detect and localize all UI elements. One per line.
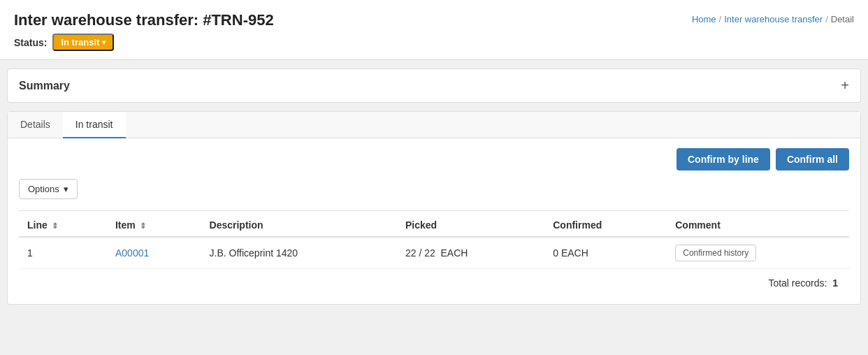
item-link[interactable]: A00001 [115, 247, 149, 259]
breadcrumb-home[interactable]: Home [692, 14, 716, 24]
table-body: 1 A00001 J.B. Officeprint 1420 22 / 22 E… [19, 237, 849, 269]
page-wrapper: Inter warehouse transfer: #TRN-952 Statu… [0, 0, 868, 355]
summary-toggle-icon[interactable]: + [841, 78, 849, 94]
page-title: Inter warehouse transfer: #TRN-952 [14, 11, 274, 29]
total-label-text: Total records: [768, 277, 827, 289]
actions-row: Confirm by line Confirm all [19, 148, 849, 171]
breadcrumb-inter-warehouse-transfer[interactable]: Inter warehouse transfer [724, 14, 823, 24]
status-value: In transit [61, 37, 99, 48]
sort-icon-line: ⇕ [52, 222, 58, 230]
breadcrumb-detail: Detail [831, 14, 854, 24]
col-header-item: Item ⇕ [107, 214, 201, 237]
total-row: Total records: 1 [19, 269, 849, 294]
confirm-all-button[interactable]: Confirm all [776, 148, 849, 171]
col-header-comment: Comment [667, 214, 849, 237]
status-label: Status: [14, 37, 47, 48]
tabs-bar: Details In transit [8, 112, 860, 138]
data-table: Line ⇕ Item ⇕ Description Picked Confirm… [19, 214, 849, 269]
cell-line: 1 [19, 237, 107, 269]
chevron-down-icon: ▾ [102, 38, 106, 46]
cell-picked: 22 / 22 EACH [397, 237, 544, 269]
summary-title: Summary [19, 80, 70, 92]
table-header: Line ⇕ Item ⇕ Description Picked Confirm… [19, 214, 849, 237]
options-chevron-icon: ▾ [64, 184, 68, 194]
breadcrumb-sep-1: / [719, 14, 722, 24]
page-header: Inter warehouse transfer: #TRN-952 Statu… [0, 0, 868, 60]
options-button[interactable]: Options ▾ [19, 179, 78, 199]
col-header-description: Description [201, 214, 397, 237]
col-header-picked: Picked [397, 214, 544, 237]
cell-item: A00001 [107, 237, 201, 269]
cell-description: J.B. Officeprint 1420 [201, 237, 397, 269]
sort-icon-item: ⇕ [140, 222, 146, 230]
options-label: Options [28, 184, 59, 194]
total-value: 1 [832, 277, 838, 289]
tab-details[interactable]: Details [8, 112, 63, 138]
col-header-confirmed: Confirmed [544, 214, 667, 237]
breadcrumb: Home / Inter warehouse transfer / Detail [692, 14, 854, 24]
tabs-section: Details In transit Confirm by line Confi… [7, 111, 861, 305]
tab-in-transit[interactable]: In transit [63, 112, 126, 138]
options-row: Options ▾ [19, 179, 849, 199]
confirmed-history-button[interactable]: Confirmed history [675, 245, 756, 261]
total-label: Total records: 1 [768, 277, 838, 289]
cell-confirmed: 0 EACH [544, 237, 667, 269]
summary-header[interactable]: Summary + [8, 69, 860, 102]
page-title-block: Inter warehouse transfer: #TRN-952 Statu… [14, 11, 274, 51]
summary-section: Summary + [7, 68, 861, 103]
confirm-by-line-button[interactable]: Confirm by line [677, 148, 770, 171]
breadcrumb-sep-2: / [825, 14, 828, 24]
tab-content: Confirm by line Confirm all Options ▾ Li… [8, 138, 860, 304]
col-header-line: Line ⇕ [19, 214, 107, 237]
table-row: 1 A00001 J.B. Officeprint 1420 22 / 22 E… [19, 237, 849, 269]
status-row: Status: In transit ▾ [14, 34, 274, 51]
cell-comment: Confirmed history [667, 237, 849, 269]
divider [19, 210, 849, 211]
status-badge[interactable]: In transit ▾ [52, 34, 114, 51]
